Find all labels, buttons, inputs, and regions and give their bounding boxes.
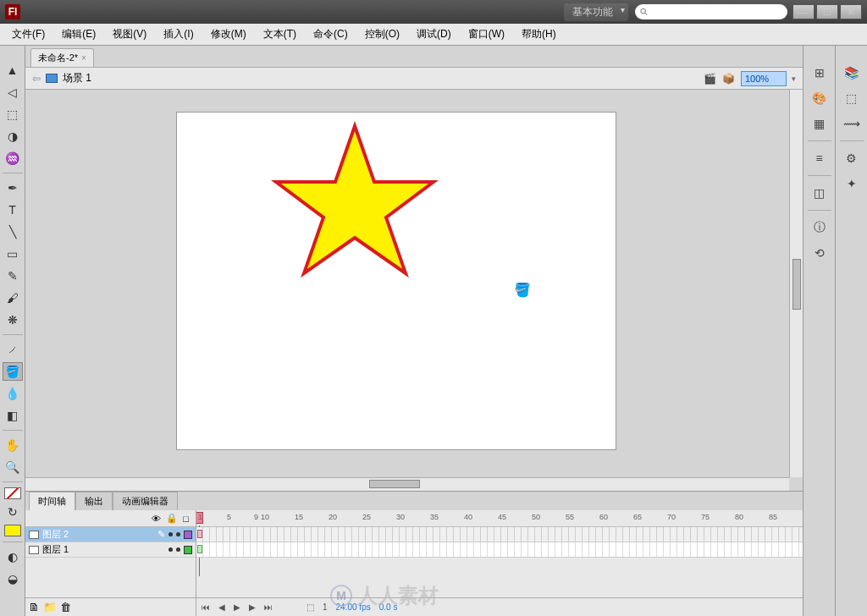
menu-insert[interactable]: 插入(I) bbox=[155, 27, 202, 41]
3d-rotation-tool[interactable]: ◑ bbox=[3, 127, 23, 146]
menu-file[interactable]: 文件(F) bbox=[3, 27, 53, 41]
menu-control[interactable]: 控制(O) bbox=[356, 27, 408, 41]
visibility-dot[interactable] bbox=[168, 547, 173, 552]
subselection-tool[interactable]: ◁ bbox=[3, 83, 23, 102]
menu-commands[interactable]: 命令(C) bbox=[305, 27, 356, 41]
outline-swatch[interactable] bbox=[184, 531, 192, 539]
new-layer-button[interactable]: 🗎 bbox=[29, 601, 40, 613]
close-button[interactable]: ✕ bbox=[840, 4, 862, 19]
info-panel-icon[interactable]: ⓘ bbox=[810, 219, 829, 236]
menu-edit[interactable]: 编辑(E) bbox=[53, 27, 104, 41]
keyframe-icon[interactable] bbox=[197, 530, 202, 538]
tool-option-2[interactable]: ◒ bbox=[3, 569, 23, 588]
zoom-dropdown-icon[interactable]: ▾ bbox=[792, 74, 796, 83]
ruler-mark: 75 bbox=[701, 513, 710, 521]
color-panel-icon[interactable]: 🎨 bbox=[810, 90, 829, 107]
tab-timeline[interactable]: 时间轴 bbox=[29, 492, 75, 510]
lasso-tool[interactable]: ♒ bbox=[3, 149, 23, 168]
hand-tool[interactable]: ✋ bbox=[3, 436, 23, 454]
onion-skin-icon[interactable]: ⬚ bbox=[306, 602, 314, 612]
component-panel-icon[interactable]: ⬚ bbox=[842, 90, 861, 107]
new-folder-button[interactable]: 📁 bbox=[43, 601, 57, 613]
align-panel-icon[interactable]: ≡ bbox=[810, 150, 829, 167]
paint-bucket-tool[interactable]: 🪣 bbox=[3, 362, 23, 381]
history-panel-icon[interactable]: ⟲ bbox=[810, 245, 829, 261]
pen-tool[interactable]: ✒ bbox=[3, 179, 23, 197]
search-box[interactable] bbox=[635, 4, 787, 19]
eyedropper-tool[interactable]: 💧 bbox=[3, 384, 23, 403]
frame-track[interactable] bbox=[196, 527, 803, 542]
properties-panel-icon[interactable]: ⊞ bbox=[810, 64, 829, 81]
behaviors-panel-icon[interactable]: ✦ bbox=[842, 175, 861, 192]
ruler-mark: 40 bbox=[464, 513, 472, 521]
layer-row[interactable]: 图层 2 ✎ bbox=[25, 527, 196, 542]
zoom-tool[interactable]: 🔍 bbox=[3, 458, 23, 476]
workspace-switcher[interactable]: 基本功能 bbox=[564, 3, 628, 21]
zoom-level-input[interactable] bbox=[741, 71, 787, 86]
selection-tool[interactable]: ▲ bbox=[3, 61, 23, 80]
menu-window[interactable]: 窗口(W) bbox=[460, 27, 513, 41]
current-frame: 1 bbox=[323, 602, 328, 612]
ruler-mark: 30 bbox=[396, 513, 405, 521]
vertical-scrollbar[interactable] bbox=[789, 90, 803, 477]
line-tool[interactable]: ╲ bbox=[3, 223, 23, 241]
lock-dot[interactable] bbox=[176, 547, 180, 552]
step-fwd-icon[interactable]: ▶ bbox=[249, 602, 256, 612]
horizontal-scrollbar[interactable] bbox=[25, 477, 789, 491]
lock-header-icon[interactable]: 🔒 bbox=[166, 513, 178, 524]
swatches-panel-icon[interactable]: ▦ bbox=[810, 115, 829, 132]
minimize-button[interactable]: — bbox=[792, 4, 815, 19]
back-arrow-icon[interactable]: ⇦ bbox=[32, 73, 41, 85]
menu-help[interactable]: 帮助(H) bbox=[513, 27, 565, 41]
text-tool[interactable]: T bbox=[3, 201, 23, 219]
outline-header-icon[interactable]: □ bbox=[183, 514, 189, 524]
tab-output[interactable]: 输出 bbox=[75, 492, 113, 510]
eraser-tool[interactable]: ◧ bbox=[3, 406, 23, 425]
menu-debug[interactable]: 调试(D) bbox=[408, 27, 460, 41]
tools-panel: ▲ ◁ ⬚ ◑ ♒ ✒ T ╲ ▭ ✎ 🖌 ❋ ⟋ 🪣 💧 ◧ ✋ 🔍 ↻ ◐ … bbox=[0, 46, 25, 616]
edit-symbols-icon[interactable]: 📦 bbox=[722, 73, 736, 85]
stage-canvas[interactable]: 🪣 bbox=[176, 112, 616, 450]
pencil-tool[interactable]: ✎ bbox=[3, 267, 23, 285]
stroke-color-swatch[interactable] bbox=[4, 487, 21, 499]
library-panel-icon[interactable]: 📚 bbox=[842, 64, 861, 81]
forward-end-icon[interactable]: ⏭ bbox=[264, 602, 273, 612]
delete-layer-button[interactable]: 🗑 bbox=[60, 601, 71, 613]
menu-modify[interactable]: 修改(M) bbox=[202, 27, 255, 41]
maximize-button[interactable]: ☐ bbox=[816, 4, 838, 19]
bone-tool[interactable]: ⟋ bbox=[3, 340, 23, 359]
lock-dot[interactable] bbox=[176, 532, 180, 536]
outline-swatch[interactable] bbox=[184, 546, 192, 554]
transform-panel-icon[interactable]: ◫ bbox=[810, 184, 829, 201]
visibility-header-icon[interactable]: 👁 bbox=[152, 514, 161, 524]
actions-panel-icon[interactable]: ⚙ bbox=[842, 150, 861, 167]
menu-view[interactable]: 视图(V) bbox=[104, 27, 155, 41]
step-back-icon[interactable]: ◀ bbox=[218, 602, 225, 612]
search-input[interactable] bbox=[651, 7, 782, 17]
play-icon[interactable]: ▶ bbox=[234, 602, 240, 612]
free-transform-tool[interactable]: ⬚ bbox=[3, 105, 23, 124]
brush-tool[interactable]: 🖌 bbox=[3, 289, 23, 307]
close-tab-icon[interactable]: × bbox=[81, 53, 86, 63]
menu-text[interactable]: 文本(T) bbox=[255, 27, 305, 41]
frame-ruler[interactable]: 15101520253035404550556065707580859 bbox=[196, 510, 803, 527]
ruler-mark: 50 bbox=[532, 513, 540, 521]
fill-color-swatch[interactable] bbox=[4, 525, 21, 536]
swap-colors-icon[interactable]: ↻ bbox=[3, 503, 23, 521]
edit-scene-icon[interactable]: 🎬 bbox=[704, 73, 717, 85]
tool-option-1[interactable]: ◐ bbox=[3, 547, 23, 566]
title-bar: Fl 基本功能 — ☐ ✕ bbox=[0, 0, 867, 24]
ruler-mark: 1 bbox=[198, 513, 202, 521]
tab-motion-editor[interactable]: 动画编辑器 bbox=[113, 492, 178, 510]
keyframe-icon[interactable] bbox=[197, 545, 202, 553]
layer-row[interactable]: 图层 1 bbox=[25, 542, 196, 558]
rewind-icon[interactable]: ⏮ bbox=[202, 602, 210, 612]
visibility-dot[interactable] bbox=[168, 532, 173, 536]
deco-tool[interactable]: ❋ bbox=[3, 311, 23, 329]
motion-presets-icon[interactable]: ⟿ bbox=[842, 115, 861, 132]
document-tab[interactable]: 未命名-2* × bbox=[30, 48, 94, 67]
frame-track[interactable] bbox=[196, 542, 803, 558]
ruler-mark: 10 bbox=[261, 513, 269, 521]
rectangle-tool[interactable]: ▭ bbox=[3, 245, 23, 263]
star-shape[interactable] bbox=[270, 119, 439, 289]
